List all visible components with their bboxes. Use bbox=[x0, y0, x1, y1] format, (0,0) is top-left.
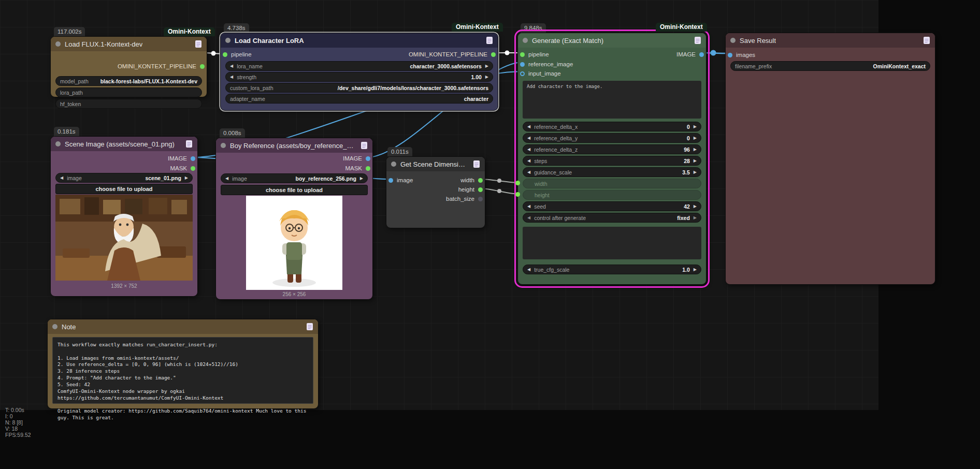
choose-file-button[interactable]: choose file to upload bbox=[221, 185, 368, 195]
node-titlebar[interactable]: Generate (Exact Match) bbox=[518, 33, 706, 48]
widget-custom-lora-path[interactable]: custom_lora_path /dev_share/gdli7/models… bbox=[225, 83, 493, 93]
increment-icon[interactable] bbox=[694, 144, 697, 154]
collapse-dot-icon[interactable] bbox=[52, 324, 57, 329]
increment-icon[interactable] bbox=[694, 133, 697, 143]
output-slot-image[interactable]: IMAGE bbox=[51, 154, 197, 163]
decrement-icon[interactable] bbox=[230, 72, 233, 82]
decrement-icon[interactable] bbox=[527, 156, 530, 166]
height-input-dot[interactable] bbox=[515, 192, 520, 197]
widget-lora-path[interactable]: lora_path bbox=[55, 87, 202, 97]
widget-image-select[interactable]: image boy_reference_256.png bbox=[221, 173, 368, 183]
widget-strength[interactable]: strength 1.00 bbox=[225, 72, 493, 82]
output-slot-height[interactable]: height bbox=[386, 185, 485, 194]
collapse-dot-icon[interactable] bbox=[523, 38, 528, 43]
widget-true-cfg-scale[interactable]: true_cfg_scale 1.0 bbox=[523, 265, 701, 274]
link-dot[interactable] bbox=[711, 50, 716, 56]
image-output-dot[interactable] bbox=[191, 156, 195, 161]
input-slot-input-image[interactable]: input_image bbox=[518, 69, 706, 78]
choose-file-button[interactable]: choose file to upload bbox=[55, 184, 193, 194]
next-image-icon[interactable] bbox=[360, 173, 363, 183]
increment-icon[interactable] bbox=[694, 156, 697, 166]
batch-size-output-dot[interactable] bbox=[478, 197, 483, 201]
pipeline-input-dot[interactable] bbox=[223, 52, 227, 57]
widget-reference-delta-z[interactable]: reference_delta_z 96 bbox=[523, 144, 701, 154]
next-image-icon[interactable] bbox=[185, 173, 188, 183]
node-titlebar[interactable]: Save Result bbox=[726, 33, 935, 48]
widget-steps[interactable]: steps 28 bbox=[523, 156, 701, 166]
mask-output-dot[interactable] bbox=[366, 166, 370, 171]
widget-guidance-scale[interactable]: guidance_scale 3.5 bbox=[523, 167, 701, 177]
image-output-dot[interactable] bbox=[366, 156, 370, 161]
image-input-dot[interactable] bbox=[388, 178, 393, 183]
output-slot-mask[interactable]: MASK bbox=[51, 164, 197, 173]
collapse-dot-icon[interactable] bbox=[225, 38, 230, 43]
increment-icon[interactable] bbox=[694, 213, 697, 223]
node-titlebar[interactable]: Load Character LoRA bbox=[221, 33, 498, 48]
output-slot-batch-size[interactable]: batch_size bbox=[386, 194, 485, 203]
widget-adapter-name[interactable]: adapter_name character bbox=[225, 94, 493, 104]
decrement-icon[interactable] bbox=[527, 201, 530, 211]
node-titlebar[interactable]: Boy Reference (assets/boy_reference_512.… bbox=[216, 138, 372, 153]
widget-reference-delta-y[interactable]: reference_delta_y 0 bbox=[523, 133, 701, 143]
decrement-icon[interactable] bbox=[527, 265, 530, 274]
mask-output-dot[interactable] bbox=[191, 166, 195, 171]
widget-hf-token[interactable]: hf_token bbox=[55, 99, 202, 109]
widget-image-select[interactable]: image scene_01.png bbox=[55, 173, 193, 183]
node-titlebar[interactable]: Note bbox=[48, 319, 318, 334]
pipeline-input-dot[interactable] bbox=[520, 52, 525, 57]
widget-width-input[interactable]: width bbox=[523, 179, 701, 188]
decrement-icon[interactable] bbox=[527, 167, 530, 177]
width-input-dot[interactable] bbox=[515, 181, 520, 185]
prev-image-icon[interactable] bbox=[60, 173, 63, 183]
pipeline-output-dot[interactable] bbox=[491, 52, 496, 57]
collapse-dot-icon[interactable] bbox=[55, 41, 61, 47]
widget-label: lora_name bbox=[237, 63, 263, 69]
input-slot-images[interactable]: images bbox=[726, 50, 935, 60]
widget-reference-delta-x[interactable]: reference_delta_x 0 bbox=[523, 122, 701, 131]
increment-icon[interactable] bbox=[694, 167, 697, 177]
collapse-dot-icon[interactable] bbox=[730, 38, 736, 43]
images-input-dot[interactable] bbox=[728, 53, 732, 57]
decrement-icon[interactable] bbox=[230, 61, 233, 71]
collapse-dot-icon[interactable] bbox=[55, 141, 61, 146]
image-output-dot[interactable] bbox=[699, 52, 704, 57]
node-titlebar[interactable]: Scene Image (assets/scene_01.png) bbox=[51, 137, 197, 151]
link-dot[interactable] bbox=[211, 51, 216, 56]
collapse-dot-icon[interactable] bbox=[221, 143, 226, 148]
increment-icon[interactable] bbox=[694, 122, 697, 131]
decrement-icon[interactable] bbox=[527, 213, 530, 223]
increment-icon[interactable] bbox=[485, 61, 488, 71]
input-slot-reference-image[interactable]: reference_image bbox=[518, 60, 706, 69]
widget-model-path[interactable]: model_path black-forest-labs/FLUX.1-Kont… bbox=[55, 76, 202, 86]
output-slot-pipeline[interactable]: OMINI_KONTEXT_PIPELINE bbox=[51, 62, 207, 71]
collapse-dot-icon[interactable] bbox=[391, 162, 396, 167]
note-text[interactable]: This workflow exactly matches run_charac… bbox=[52, 337, 313, 404]
link-dot[interactable] bbox=[497, 189, 501, 193]
link-dot[interactable] bbox=[505, 51, 510, 55]
negative-prompt-textarea[interactable] bbox=[523, 227, 701, 259]
increment-icon[interactable] bbox=[694, 201, 697, 211]
decrement-icon[interactable] bbox=[527, 133, 530, 143]
decrement-icon[interactable] bbox=[527, 122, 530, 131]
prompt-textarea[interactable]: Add character to the image. bbox=[523, 81, 701, 119]
output-slot-mask[interactable]: MASK bbox=[216, 164, 372, 173]
link-dot[interactable] bbox=[497, 179, 501, 183]
comfyui-canvas[interactable]: 117.002s 4.738s 0.181s 0.008s 0.011s 9.8… bbox=[0, 0, 980, 469]
node-titlebar[interactable]: Load FLUX.1-Kontext-dev bbox=[51, 37, 207, 51]
increment-icon[interactable] bbox=[485, 72, 488, 82]
widget-seed[interactable]: seed 42 bbox=[523, 201, 701, 211]
reference-image-input-dot[interactable] bbox=[520, 62, 525, 67]
widget-lora-name[interactable]: lora_name character_3000.safetensors bbox=[225, 61, 493, 71]
widget-control-after-generate[interactable]: control after generate fixed bbox=[523, 213, 701, 223]
output-slot-image[interactable]: IMAGE bbox=[216, 154, 372, 163]
decrement-icon[interactable] bbox=[527, 144, 530, 154]
input-image-input-dot[interactable] bbox=[520, 71, 525, 76]
height-output-dot[interactable] bbox=[478, 187, 483, 192]
widget-filename-prefix[interactable]: filename_prefix OminiKontext_exact bbox=[730, 61, 930, 71]
width-output-dot[interactable] bbox=[478, 178, 483, 183]
widget-height-input[interactable]: height bbox=[523, 190, 701, 200]
increment-icon[interactable] bbox=[694, 265, 697, 274]
node-titlebar[interactable]: Get Scene Dimensions bbox=[386, 157, 485, 171]
prev-image-icon[interactable] bbox=[225, 173, 228, 183]
pipeline-output-dot[interactable] bbox=[200, 64, 205, 69]
